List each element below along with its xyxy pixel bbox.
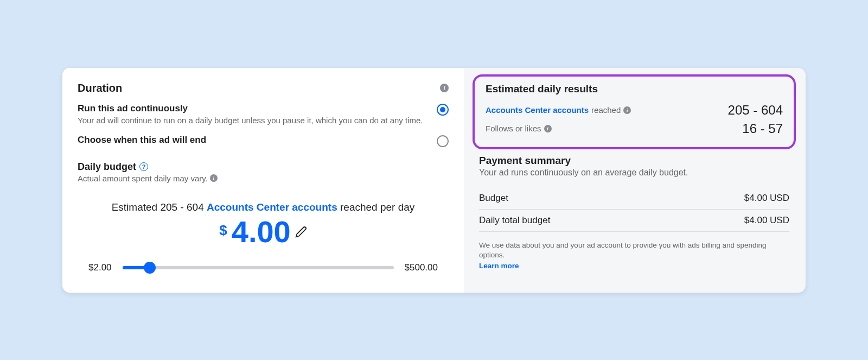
results-title: Estimated daily results: [486, 83, 783, 95]
estimate-prefix: Estimated 205 - 604: [112, 201, 207, 213]
reach-estimate: Estimated 205 - 604 Accounts Center acco…: [78, 201, 449, 213]
footnote-text: We use data about you and your ad accoun…: [479, 241, 767, 259]
estimate-suffix: reached per day: [337, 201, 415, 213]
summary-panel: Estimated daily results Accounts Center …: [464, 68, 806, 293]
budget-sub-label: Actual amount spent daily may vary.: [78, 174, 208, 183]
payment-footnote: We use data about you and your ad accoun…: [479, 241, 789, 271]
radio-continuous[interactable]: [437, 104, 449, 116]
row-label: Budget: [479, 193, 508, 204]
option-run-continuously[interactable]: Run this ad continuously Your ad will co…: [78, 103, 449, 125]
divider: [479, 231, 789, 232]
metric-accounts-reached: Accounts Center accounts reached i 205 -…: [486, 103, 783, 118]
info-icon[interactable]: i: [210, 174, 218, 182]
option-description: Your ad will continue to run on a daily …: [78, 116, 423, 125]
row-label: Daily total budget: [479, 215, 550, 226]
budget-slider[interactable]: [123, 262, 394, 273]
row-value: $4.00 USD: [744, 215, 789, 226]
radio-end-date[interactable]: [437, 135, 449, 147]
metric-value: 205 - 604: [728, 103, 783, 118]
budget-header: Daily budget ?: [78, 161, 449, 173]
currency-symbol: $: [219, 222, 227, 239]
payment-title: Payment summary: [479, 155, 789, 167]
amount-value: 4.00: [232, 217, 291, 247]
budget-slider-row: $2.00 $500.00: [78, 262, 449, 273]
budget-subtext: Actual amount spent daily may vary. i: [78, 174, 449, 183]
option-choose-end[interactable]: Choose when this ad will end: [78, 135, 449, 147]
ad-setup-card: Duration i Run this ad continuously Your…: [62, 68, 806, 293]
info-icon[interactable]: i: [440, 84, 449, 92]
estimated-results-box: Estimated daily results Accounts Center …: [473, 74, 796, 149]
info-icon[interactable]: i: [623, 106, 631, 114]
edit-icon[interactable]: [295, 226, 307, 238]
accounts-center-link[interactable]: Accounts Center accounts: [207, 201, 337, 213]
slider-min: $2.00: [88, 262, 112, 273]
row-value: $4.00 USD: [744, 193, 789, 204]
budget-amount: $ 4.00: [78, 217, 449, 247]
option-label: Choose when this ad will end: [78, 135, 206, 146]
duration-title: Duration: [78, 82, 122, 94]
info-icon[interactable]: i: [544, 125, 552, 132]
slider-thumb[interactable]: [144, 262, 156, 274]
duration-budget-panel: Duration i Run this ad continuously Your…: [62, 68, 464, 293]
payment-total-row: Daily total budget $4.00 USD: [479, 210, 789, 231]
learn-more-link[interactable]: Learn more: [479, 261, 789, 271]
metric-label-text: Follows or likes: [486, 124, 541, 133]
slider-max: $500.00: [405, 262, 438, 273]
payment-subtext: Your ad runs continuously on an average …: [479, 168, 789, 178]
option-label: Run this ad continuously: [78, 103, 423, 114]
accounts-center-link[interactable]: Accounts Center accounts: [486, 105, 589, 115]
metric-value: 16 - 57: [742, 121, 783, 136]
metric-suffix: reached: [591, 105, 621, 115]
budget-title: Daily budget: [78, 161, 136, 173]
help-icon[interactable]: ?: [139, 162, 148, 171]
payment-budget-row: Budget $4.00 USD: [479, 187, 789, 209]
metric-follows-likes: Follows or likes i 16 - 57: [486, 121, 783, 136]
